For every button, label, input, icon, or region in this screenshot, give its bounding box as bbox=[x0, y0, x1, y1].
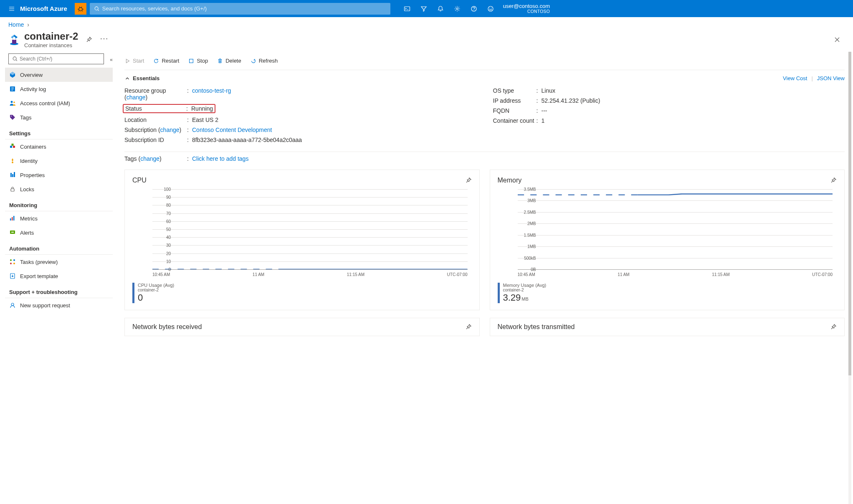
export-icon bbox=[9, 273, 16, 279]
change-tags-link[interactable]: change bbox=[140, 155, 159, 162]
cpu-chart-line bbox=[152, 189, 468, 269]
svg-point-31 bbox=[13, 263, 15, 264]
help-button[interactable] bbox=[466, 0, 482, 17]
notifications-button[interactable] bbox=[432, 0, 449, 17]
search-icon bbox=[12, 56, 18, 62]
memory-chart-body[interactable]: 3.5MB 3MB 2.5MB 2MB 1.5MB 1MB 500kB 0B bbox=[498, 189, 837, 281]
hamburger-menu[interactable] bbox=[3, 0, 20, 17]
ess-rg-value[interactable]: contoso-test-rg bbox=[192, 87, 231, 94]
ess-ip-label: IP address bbox=[493, 97, 537, 104]
sidebar-search[interactable] bbox=[8, 53, 104, 64]
breadcrumb-home[interactable]: Home bbox=[8, 21, 24, 28]
ess-sub-value[interactable]: Contoso Content Development bbox=[192, 127, 272, 133]
page-subtitle: Container instances bbox=[24, 42, 78, 48]
tags-icon bbox=[9, 114, 16, 121]
nav-overview[interactable]: Overview bbox=[5, 68, 113, 82]
directory-filter-button[interactable] bbox=[415, 0, 432, 17]
charts-row-1: CPU 100 90 80 70 60 50 40 30 20 bbox=[124, 170, 845, 310]
nav-containers[interactable]: Containers bbox=[5, 139, 113, 154]
nav-access-control[interactable]: Access control (IAM) bbox=[5, 96, 113, 110]
svg-rect-20 bbox=[10, 173, 12, 177]
feedback-button[interactable] bbox=[482, 0, 499, 17]
search-input[interactable] bbox=[102, 5, 386, 12]
pin-net-rx[interactable] bbox=[465, 324, 472, 330]
collapse-sidebar-button[interactable]: « bbox=[110, 57, 113, 63]
nav-label: Metrics bbox=[20, 215, 38, 222]
pin-icon bbox=[86, 36, 92, 43]
pin-icon bbox=[830, 177, 837, 184]
cloud-shell-icon bbox=[404, 5, 410, 12]
ess-fqdn-value: --- bbox=[542, 107, 547, 114]
brand-label[interactable]: Microsoft Azure bbox=[20, 5, 75, 12]
more-button[interactable]: ⋯ bbox=[100, 36, 108, 43]
memory-chart-card: Memory 3.5MB 3MB 2.5MB 2MB 1.5MB 1MB 500… bbox=[490, 170, 845, 310]
pin-memory-chart[interactable] bbox=[830, 177, 837, 184]
sidebar-search-input[interactable] bbox=[20, 56, 100, 62]
cpu-chart-title: CPU bbox=[132, 177, 147, 184]
user-account[interactable]: user@contoso.com CONTOSO bbox=[499, 3, 557, 15]
change-rg-link[interactable]: change bbox=[127, 94, 146, 101]
ess-rg-label: Resource group (change) bbox=[124, 87, 187, 101]
pin-cpu-chart[interactable] bbox=[465, 177, 472, 184]
nav-tags[interactable]: Tags bbox=[5, 110, 113, 124]
nav-label: Access control (IAM) bbox=[20, 100, 70, 106]
containers-icon bbox=[9, 143, 16, 150]
add-tags-link[interactable]: Click here to add tags bbox=[192, 155, 248, 162]
close-blade-button[interactable] bbox=[834, 36, 845, 43]
svg-point-28 bbox=[10, 259, 12, 261]
svg-rect-34 bbox=[190, 59, 193, 63]
pin-blade-button[interactable] bbox=[86, 36, 92, 43]
preview-badge[interactable] bbox=[75, 3, 86, 15]
cpu-chart-body[interactable]: 100 90 80 70 60 50 40 30 20 10 0 bbox=[132, 189, 472, 281]
json-view-link[interactable]: JSON View bbox=[817, 75, 845, 81]
nav-metrics[interactable]: Metrics bbox=[5, 211, 113, 225]
ess-count-value: 1 bbox=[542, 117, 545, 124]
nav-export-template[interactable]: Export template bbox=[5, 269, 113, 283]
nav-properties[interactable]: Properties bbox=[5, 168, 113, 182]
cpu-legend: CPU Usage (Avg) container-2 0 bbox=[132, 283, 472, 303]
svg-rect-10 bbox=[12, 40, 16, 44]
svg-point-11 bbox=[13, 57, 16, 60]
pin-icon bbox=[465, 324, 472, 330]
tasks-icon bbox=[9, 258, 16, 265]
ess-location-label: Location bbox=[124, 117, 187, 123]
svg-rect-16 bbox=[10, 146, 12, 148]
ess-tags-label: Tags (change) bbox=[124, 155, 187, 162]
iam-icon bbox=[9, 100, 16, 106]
svg-point-1 bbox=[95, 7, 98, 10]
svg-point-6 bbox=[488, 6, 493, 11]
pin-net-tx[interactable] bbox=[830, 324, 837, 330]
svg-point-7 bbox=[489, 8, 490, 8]
nav-label: Containers bbox=[20, 144, 46, 150]
global-search[interactable] bbox=[90, 3, 390, 15]
net-tx-card: Network bytes transmitted bbox=[490, 318, 845, 336]
nav-label: Tasks (preview) bbox=[20, 259, 58, 265]
nav-section-monitoring: Monitoring bbox=[5, 196, 113, 211]
restart-button[interactable]: Restart bbox=[153, 58, 179, 64]
cloud-shell-button[interactable] bbox=[399, 0, 415, 17]
nav-new-support-request[interactable]: New support request bbox=[5, 298, 113, 312]
view-cost-link[interactable]: View Cost bbox=[783, 75, 807, 81]
nav-tasks[interactable]: Tasks (preview) bbox=[5, 255, 113, 269]
settings-button[interactable] bbox=[449, 0, 466, 17]
user-org: CONTOSO bbox=[503, 9, 550, 14]
svg-rect-22 bbox=[14, 172, 15, 177]
nav-section-automation: Automation bbox=[5, 240, 113, 254]
nav-locks[interactable]: Locks bbox=[5, 182, 113, 196]
start-button[interactable]: Start bbox=[124, 58, 144, 64]
pin-icon bbox=[830, 324, 837, 330]
essentials-toggle[interactable]: Essentials bbox=[124, 75, 159, 81]
main: « Overview Activity log Access control (… bbox=[0, 52, 853, 504]
svg-point-5 bbox=[473, 10, 474, 10]
scrollbar[interactable] bbox=[848, 52, 851, 504]
nav-activity-log[interactable]: Activity log bbox=[5, 82, 113, 96]
change-sub-link[interactable]: change bbox=[160, 127, 180, 133]
stop-button[interactable]: Stop bbox=[188, 58, 208, 64]
nav-label: Alerts bbox=[20, 230, 34, 236]
refresh-button[interactable]: Refresh bbox=[251, 58, 278, 64]
nav-alerts[interactable]: Alerts bbox=[5, 225, 113, 240]
nav-identity[interactable]: Identity bbox=[5, 154, 113, 168]
svg-rect-24 bbox=[10, 218, 11, 220]
delete-button[interactable]: Delete bbox=[217, 58, 241, 64]
chevron-right-icon: › bbox=[27, 21, 29, 28]
